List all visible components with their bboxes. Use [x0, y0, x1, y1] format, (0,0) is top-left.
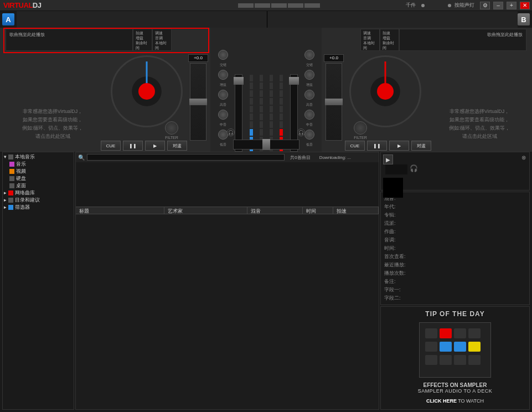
col-title[interactable]: 标题 [76, 207, 164, 214]
folder-tree[interactable]: ▾本地音乐 音乐 视频 硬盘 桌面 ▸网络曲库 ▸目录和建议 ▸筛选器 [2, 152, 74, 410]
deck-a-info-col-1: 拍速增益剩余时间 [133, 29, 152, 51]
deck-b-info-col-2: 拍速增益剩余时间 [380, 29, 399, 51]
deck-a-pitch-value: +0.0 [188, 54, 208, 62]
knob[interactable] [304, 50, 314, 60]
title-bar: VIRTUALDJ 千件 按能声灯 – + ✕ [0, 0, 532, 11]
window-minimize[interactable]: – [493, 2, 503, 9]
track-count: 共0首曲目 [287, 154, 313, 161]
settings-button[interactable] [480, 2, 490, 9]
deck-b: 歌曲拖至此处播放 调速音调本地时间 拍速增益剩余时间 非常感谢您选择Virtua… [322, 28, 532, 152]
deck-a-info-col-2: 调速音调本地时间 [152, 29, 172, 51]
knob[interactable] [304, 90, 314, 100]
search-input[interactable] [87, 154, 285, 161]
tree-item-music[interactable]: 音乐 [9, 161, 73, 168]
mixer-eq-a: 交链 增益 高音 中音 低音 [218, 50, 229, 152]
status-dot-2 [448, 4, 451, 7]
knob[interactable] [304, 70, 314, 80]
preview-artwork [383, 178, 403, 198]
deck-a: 歌曲拖至此处播放 拍速增益剩余时间 调速音调本地时间 非常感谢您选择Virtua… [0, 28, 210, 152]
deck-b-promo[interactable]: 非常感谢您选择VirtualDJ，如果您需要查看高级功能，例如:循环、切点、效果… [438, 107, 521, 141]
headphones-icon[interactable]: 🎧 [410, 164, 418, 172]
headphone-cue-b[interactable]: 🎧 [297, 128, 305, 136]
tip-of-day[interactable]: TIP OF THE DAY EFFECTS ON SAMPLER SAMPLE… [380, 306, 530, 410]
tree-item-disk[interactable]: 硬盘 [9, 175, 73, 182]
knob[interactable] [304, 110, 314, 120]
knob[interactable] [218, 70, 228, 80]
col-remix[interactable]: 混音 [247, 207, 303, 214]
col-bpm[interactable]: 拍速 [333, 207, 379, 214]
filter-knob-icon[interactable] [354, 121, 367, 135]
jog-center-icon [138, 83, 155, 100]
browser: ▾本地音乐 音乐 视频 硬盘 桌面 ▸网络曲库 ▸目录和建议 ▸筛选器 🔍 共0… [2, 152, 530, 410]
deck-b-pitch-slider[interactable] [326, 63, 342, 141]
metadata-panel: 混音: 年代: 专辑: 流派: 作曲: 音调: 时间: 首次查看: 最近播放: … [380, 192, 530, 305]
deck-b-drop-hint[interactable]: 歌曲拖至此处播放 [399, 29, 526, 51]
knob[interactable] [218, 110, 228, 120]
deck-a-sync-button[interactable]: 对速 [167, 141, 187, 151]
preview-close-icon[interactable]: ⊗ [521, 154, 526, 161]
deck-b-jogwheel[interactable] [349, 55, 421, 127]
deck-a-jogwheel[interactable] [111, 55, 183, 127]
tree-filter[interactable]: ▸筛选器 [4, 204, 73, 211]
file-columns[interactable]: 标题 艺术家 混音 时间 拍速 [76, 207, 379, 214]
deck-b-play-button[interactable]: ▶ [389, 141, 409, 151]
filter-knob-icon[interactable] [165, 121, 178, 135]
deck-a-play-button[interactable]: ▶ [145, 141, 165, 151]
deck-a-cue-button[interactable]: CUE [101, 141, 121, 151]
file-area[interactable] [76, 214, 379, 409]
preview-waveform[interactable] [385, 164, 407, 174]
status-dot-1 [421, 4, 425, 7]
window-close[interactable]: ✕ [520, 2, 530, 9]
tip-line-1: EFFECTS ON SAMPLER [384, 382, 526, 388]
top-label-2: 按能声灯 [454, 2, 474, 9]
deck-a-badge[interactable]: A [2, 13, 14, 25]
app-logo: VIRTUALDJ [0, 1, 44, 9]
headphone-cue-a[interactable]: 🎧 [227, 128, 235, 136]
deck-b-info-col-1: 调速音调本地时间 [360, 29, 380, 51]
top-segment-strip [238, 3, 320, 8]
col-time[interactable]: 时间 [303, 207, 333, 214]
deck-b-sync-button[interactable]: 对速 [411, 141, 431, 151]
deck-header: A B [0, 11, 532, 28]
deck-b-pitch-value: +0.0 [324, 54, 344, 62]
preview-play-button[interactable]: ▶ [383, 154, 393, 164]
tip-title: TIP OF THE DAY [384, 310, 526, 318]
tree-item-desktop[interactable]: 桌面 [9, 182, 73, 189]
mixer: 交链 增益 高音 中音 低音 交链 增益 高音 中音 低音 🎧 🎧 [210, 28, 322, 152]
deck-b-pause-button[interactable]: ❚❚ [367, 141, 387, 151]
knob[interactable] [218, 90, 228, 100]
deck-b-filter[interactable]: FILTER [353, 121, 368, 140]
deck-area: 歌曲拖至此处播放 拍速增益剩余时间 调速音调本地时间 非常感谢您选择Virtua… [0, 28, 532, 152]
tree-item-video[interactable]: 视频 [9, 168, 73, 175]
knob[interactable] [304, 130, 314, 140]
file-list: 🔍 共0首曲目 Downloading: ... 标题 艺术家 混音 时间 拍速 [75, 152, 379, 410]
tip-cta[interactable]: CLICK HERE TO WATCH [384, 398, 526, 404]
tree-dir[interactable]: ▸目录和建议 [4, 197, 73, 204]
tip-line-2: SAMPLER AUDIO TO A DECK [384, 388, 526, 394]
crossfader[interactable] [233, 140, 299, 150]
deck-a-drop-hint[interactable]: 歌曲拖至此处播放 [6, 29, 133, 51]
knob[interactable] [218, 50, 228, 60]
mixer-eq-b: 交链 增益 高音 中音 低音 [304, 50, 315, 152]
deck-a-pitch-slider[interactable] [190, 63, 206, 141]
tip-image [419, 322, 491, 378]
top-label-1: 千件 [406, 2, 416, 9]
deck-b-badge[interactable]: B [518, 13, 530, 25]
download-status: Downloading: ... [316, 155, 354, 160]
tree-net[interactable]: ▸网络曲库 [4, 189, 73, 197]
deck-a-filter[interactable]: FILTER [164, 121, 179, 140]
deck-b-cue-button[interactable]: CUE [345, 141, 365, 151]
col-artist[interactable]: 艺术家 [164, 207, 247, 214]
window-maximize[interactable]: + [507, 2, 516, 9]
preview-panel: ▶🎧 ⊗ [380, 152, 530, 190]
deck-a-promo[interactable]: 非常感谢您选择VirtualDJ，如果您需要查看高级功能，例如:循环、切点、效果… [11, 107, 94, 141]
deck-a-pause-button[interactable]: ❚❚ [123, 141, 143, 151]
knob[interactable] [218, 130, 228, 140]
jog-center-icon [377, 83, 394, 100]
search-icon[interactable]: 🔍 [78, 154, 85, 161]
tree-root-local[interactable]: ▾本地音乐 [4, 153, 73, 161]
